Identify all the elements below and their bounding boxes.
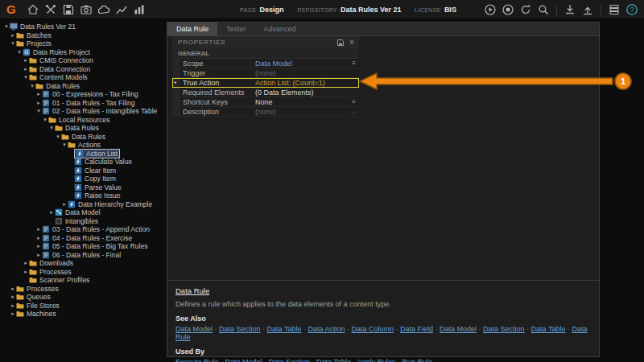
bar-chart-icon[interactable]	[133, 3, 146, 16]
expander-icon[interactable]: ▸	[35, 99, 42, 107]
tree-item-05-data-rules-big-tax-rules[interactable]: ▸05 - Data Rules - Big Tax Rules	[3, 242, 166, 251]
tree-item-cmis-connection[interactable]: ▸CMIS Connection	[3, 56, 166, 65]
help-link-execute-rule[interactable]: Execute Rule	[175, 358, 219, 362]
property-value[interactable]: None	[252, 98, 349, 106]
property-row-shortcut-keys[interactable]: Shortcut KeysNone≡	[172, 97, 359, 107]
tree-item-clear-item[interactable]: Clear Item	[3, 167, 166, 175]
tree-item-data-rules[interactable]: ▾Data Rules	[3, 133, 166, 142]
expander-icon[interactable]: ▸	[23, 268, 29, 276]
expander-icon[interactable]: ▸	[35, 225, 42, 233]
expander-icon[interactable]: ▸	[35, 251, 42, 259]
expander-icon[interactable]: ▾	[35, 107, 42, 115]
tree-item-data-connection[interactable]: ▸Data Connection	[3, 65, 166, 74]
expander-icon[interactable]: ▸	[61, 200, 68, 208]
help-link-data-model[interactable]: Data Model	[225, 358, 262, 362]
cloud-icon[interactable]	[97, 3, 110, 16]
help-icon[interactable]: ?	[625, 3, 638, 16]
import-icon[interactable]	[581, 3, 594, 16]
help-link-data-column[interactable]: Data Column	[351, 325, 394, 333]
help-link-data-table[interactable]: Data Table	[531, 325, 566, 333]
page-value[interactable]: Design	[260, 6, 284, 14]
tree-item-copy-item[interactable]: Copy Item	[3, 175, 166, 183]
help-link-run-rule[interactable]: Run Rule	[402, 358, 433, 362]
expander-icon[interactable]: ▸	[48, 208, 55, 216]
stop-circle-icon[interactable]	[502, 3, 514, 16]
expander-icon[interactable]: ▾	[3, 23, 10, 31]
property-value[interactable]: Data Model	[252, 60, 349, 68]
tree-item-processes[interactable]: ▸Processes	[3, 268, 166, 277]
tree-item-scanner-profiles[interactable]: Scanner Profiles	[3, 276, 166, 285]
property-row-trigger[interactable]: Trigger(none)	[172, 68, 359, 78]
expander-icon[interactable]: ▸	[10, 302, 16, 310]
tab-data-rule[interactable]: Data Rule	[167, 23, 217, 35]
tree-item-03-data-rules-append-action[interactable]: ▸03 - Data Rules - Append Action	[3, 225, 166, 234]
tree-item-projects[interactable]: ▾Projects	[3, 39, 166, 48]
help-link-data-action[interactable]: Data Action	[308, 325, 345, 333]
tree-item-data-rules[interactable]: ▾Data Rules	[3, 124, 166, 133]
property-value[interactable]: Action List: (Count=1)	[252, 79, 349, 87]
tree-item-data-rules[interactable]: ▾Data Rules	[3, 82, 166, 91]
tree-item-01-data-rules-tax-filing[interactable]: ▸01 - Data Rules - Tax Filing	[3, 99, 166, 108]
tree-item-00-expressions-tax-filing[interactable]: ▸00 - Expressions - Tax Filing	[3, 90, 166, 99]
expander-icon[interactable]: ▸	[10, 310, 16, 318]
tree-item-02-data-rules-intangibles-table[interactable]: ▾02 - Data Rules - Intangibles Table	[3, 107, 166, 116]
expander-icon[interactable]: ▾	[10, 39, 16, 47]
download-icon[interactable]	[564, 3, 576, 16]
tree-item-intangibles[interactable]: Intangibles	[3, 217, 166, 226]
stack-icon[interactable]	[608, 3, 621, 16]
selected-node[interactable]: Action List	[74, 149, 120, 158]
expander-icon[interactable]: ▾	[29, 82, 35, 90]
help-link-data-model[interactable]: Data Model	[175, 325, 213, 333]
tab-advanced[interactable]: Advanced	[255, 23, 305, 35]
help-link-data-field[interactable]: Data Field	[400, 325, 433, 333]
property-row-scope[interactable]: ScopeData Model≡	[172, 59, 359, 68]
tree-item-calculate-value[interactable]: Calculate Value	[3, 158, 166, 167]
tree-item-data-rules-project[interactable]: ▾Data Rules Project	[3, 48, 166, 57]
tree-item-parse-value[interactable]: Parse Value	[3, 183, 166, 192]
menu-button[interactable]: ≡	[349, 60, 359, 67]
play-circle-icon[interactable]	[484, 3, 497, 16]
expander-icon[interactable]: ▸	[10, 31, 16, 39]
property-value[interactable]: (0 Data Elements)	[252, 88, 349, 97]
tree-item-content-models[interactable]: ▾Content Models	[3, 73, 166, 82]
help-link-data-section[interactable]: Data Section	[483, 325, 525, 333]
help-link-data-section[interactable]: Data Section	[219, 325, 261, 333]
expander-icon[interactable]: ▸	[35, 234, 42, 242]
license-value[interactable]: BIS	[444, 6, 456, 14]
menu-button[interactable]: ≡	[349, 99, 359, 105]
tree-item-processes[interactable]: ▸Processes	[3, 285, 166, 294]
tree-item-queues[interactable]: ▸Queues	[3, 293, 166, 302]
tree-item-06-data-rules-final[interactable]: ▸06 - Data Rules - Final	[3, 251, 166, 260]
expander-icon[interactable]: ▸	[35, 242, 42, 250]
property-row-description[interactable]: Description(none)…	[172, 107, 359, 117]
tree-item-04-data-rules-exercise[interactable]: ▸04 - Data Rules - Exercise	[3, 234, 166, 243]
expander-icon[interactable]: ▾	[48, 124, 55, 132]
expander-icon[interactable]: ▸	[10, 285, 16, 293]
search-icon[interactable]	[537, 3, 550, 16]
save-properties-icon[interactable]	[336, 39, 345, 47]
property-row-required-elements[interactable]: Required Elements(0 Data Elements)	[172, 88, 359, 97]
expander-icon[interactable]: ▾	[61, 141, 68, 149]
line-chart-icon[interactable]	[115, 3, 128, 16]
expander-icon[interactable]: ▸	[23, 65, 29, 73]
help-link-data-section[interactable]: Data Section	[269, 358, 311, 362]
help-link-data-table[interactable]: Data Table	[267, 325, 302, 333]
tree-item-file-stores[interactable]: ▸File Stores	[3, 302, 166, 311]
expander-icon[interactable]: ▾	[16, 48, 23, 56]
tree-item-downloads[interactable]: ▸Downloads	[3, 259, 166, 268]
tree-item-machines[interactable]: ▸Machines	[3, 310, 166, 319]
expander-icon[interactable]: ▾	[55, 133, 61, 141]
tree-item-data-model[interactable]: ▸Data Model	[3, 208, 166, 217]
home-icon[interactable]	[27, 3, 39, 16]
help-link-data-model[interactable]: Data Model	[440, 325, 477, 333]
tree-item-data-hierarchy-example[interactable]: ▸Data Hierarchy Example	[3, 200, 166, 209]
save-icon[interactable]	[62, 3, 75, 16]
property-value[interactable]: (none)	[252, 69, 349, 77]
tree-item-action-list[interactable]: Action List	[3, 150, 166, 158]
expander-icon[interactable]: ▸	[23, 259, 29, 267]
ellipsis-button[interactable]: …	[349, 109, 359, 115]
expander-icon[interactable]: ▾	[23, 73, 29, 81]
tree-item-data-rules-ver-21[interactable]: ▾Data Rules Ver 21	[3, 23, 166, 31]
repository-value[interactable]: Data Rules Ver 21	[341, 6, 402, 14]
property-row-true-action[interactable]: ▸True ActionAction List: (Count=1)	[172, 78, 359, 88]
